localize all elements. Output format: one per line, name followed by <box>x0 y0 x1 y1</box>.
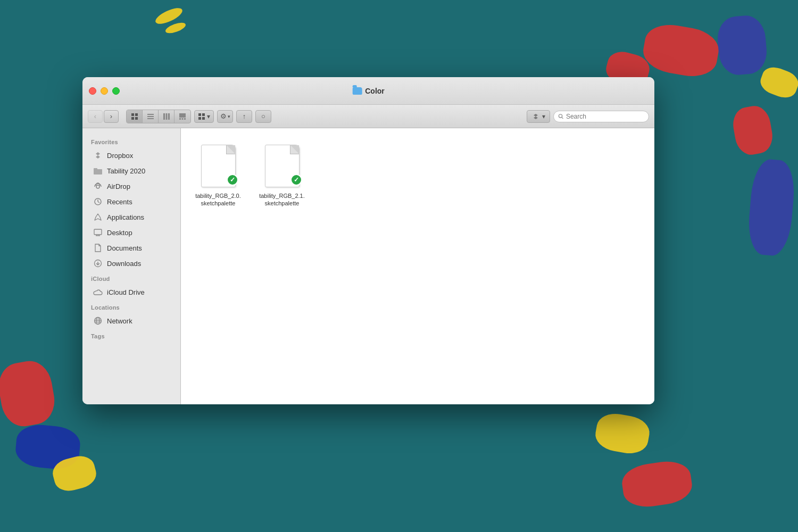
maximize-button[interactable] <box>112 87 120 95</box>
sidebar-item-icloud-drive[interactable]: iCloud Drive <box>85 285 178 300</box>
paint-stroke <box>0 358 59 430</box>
forward-icon: › <box>110 112 112 120</box>
paint-stroke <box>730 104 776 157</box>
content-area: Favorites Dropbox Tability 2 <box>82 128 654 404</box>
folder-sidebar-icon <box>93 166 103 176</box>
sidebar-item-desktop[interactable]: Desktop <box>85 225 178 240</box>
file-item-1[interactable]: ✓ tability_RGB_2.0.sketchpalette <box>192 139 245 211</box>
title-bar: Color <box>82 77 654 105</box>
desktop-icon <box>93 228 103 237</box>
file-item-2[interactable]: ✓ tability_RGB_2.1.sketchpalette <box>255 139 309 211</box>
sidebar-label-tability2020: Tability 2020 <box>107 167 145 175</box>
view-buttons <box>126 110 191 123</box>
sidebar-label-dropbox: Dropbox <box>107 152 133 160</box>
svg-rect-16 <box>198 117 201 120</box>
sidebar-label-applications: Applications <box>107 213 144 221</box>
finder-window: Color ‹ › <box>82 77 654 404</box>
minimize-button[interactable] <box>101 87 108 95</box>
svg-rect-4 <box>147 114 154 115</box>
toolbar: ‹ › <box>82 105 654 128</box>
paint-stroke <box>640 21 722 81</box>
back-icon: ‹ <box>94 112 96 120</box>
forward-button[interactable]: › <box>104 110 119 123</box>
arrange-arrow: ▾ <box>207 113 210 120</box>
svg-marker-21 <box>96 152 100 159</box>
svg-rect-17 <box>202 117 205 120</box>
sidebar-label-recents: Recents <box>107 198 132 206</box>
file-icon-wrap-1: ✓ <box>197 142 239 190</box>
sidebar: Favorites Dropbox Tability 2 <box>82 128 181 404</box>
arrange-icon <box>198 113 205 120</box>
sidebar-label-icloud-drive: iCloud Drive <box>107 288 145 296</box>
window-title-area: Color <box>352 87 385 95</box>
sidebar-label-airdrop: AirDrop <box>107 182 130 190</box>
file-grid: ✓ tability_RGB_2.0.sketchpalette ✓ tabil… <box>181 128 654 404</box>
svg-rect-15 <box>202 113 205 116</box>
arrange-button[interactable]: ▾ <box>194 110 214 123</box>
recents-icon <box>93 197 103 206</box>
view-icon-button[interactable] <box>127 110 143 123</box>
share-icon: ↑ <box>243 112 246 120</box>
sidebar-item-documents[interactable]: Documents <box>85 240 178 255</box>
sidebar-item-dropbox[interactable]: Dropbox <box>85 148 178 163</box>
svg-rect-5 <box>147 116 154 117</box>
view-gallery-button[interactable] <box>174 110 190 123</box>
svg-rect-0 <box>131 113 134 116</box>
icloud-icon <box>93 287 103 297</box>
paint-stroke <box>164 21 187 36</box>
paint-stroke <box>593 411 652 456</box>
documents-icon <box>93 243 103 253</box>
paint-stroke <box>716 14 768 76</box>
file-name-1: tability_RGB_2.0.sketchpalette <box>195 192 242 207</box>
tags-section-label: Tags <box>82 329 180 342</box>
sidebar-label-network: Network <box>107 317 132 325</box>
svg-rect-10 <box>179 113 186 118</box>
sidebar-item-recents[interactable]: Recents <box>85 194 178 209</box>
paint-stroke <box>746 158 796 257</box>
sync-badge-1: ✓ <box>227 174 238 186</box>
column-icon <box>163 113 170 120</box>
tag-button[interactable]: ○ <box>255 110 271 123</box>
search-icon <box>558 113 564 120</box>
view-list-button[interactable] <box>143 110 159 123</box>
search-bar[interactable] <box>553 111 649 122</box>
sidebar-item-network[interactable]: Network <box>85 313 178 328</box>
view-column-button[interactable] <box>159 110 174 123</box>
svg-line-20 <box>562 117 563 119</box>
share-button[interactable]: ↑ <box>236 110 252 123</box>
back-button[interactable]: ‹ <box>88 110 103 123</box>
svg-rect-11 <box>179 118 181 120</box>
action-arrow: ▾ <box>228 114 230 119</box>
svg-rect-12 <box>182 118 184 120</box>
svg-rect-13 <box>184 118 186 120</box>
svg-rect-8 <box>165 113 167 120</box>
sidebar-label-desktop: Desktop <box>107 229 132 237</box>
svg-rect-3 <box>135 117 138 120</box>
svg-point-19 <box>559 114 562 117</box>
gear-icon: ⚙ <box>220 112 227 120</box>
icloud-section-label: iCloud <box>82 271 180 284</box>
nav-buttons: ‹ › <box>88 110 119 123</box>
svg-rect-1 <box>135 113 138 116</box>
paint-stroke <box>620 458 694 510</box>
applications-icon <box>93 212 103 222</box>
svg-line-27 <box>98 202 99 203</box>
downloads-icon <box>93 259 103 268</box>
close-button[interactable] <box>89 87 96 95</box>
action-button[interactable]: ⚙ ▾ <box>217 110 233 123</box>
sidebar-item-tability2020[interactable]: Tability 2020 <box>85 163 178 178</box>
dropbox-arrow: ▾ <box>542 113 545 120</box>
window-title: Color <box>365 87 385 95</box>
network-icon <box>93 316 103 326</box>
sidebar-item-applications[interactable]: Applications <box>85 210 178 225</box>
file-icon-wrap-2: ✓ <box>261 142 303 190</box>
tag-icon: ○ <box>261 112 265 120</box>
sidebar-label-downloads: Downloads <box>107 260 141 268</box>
sidebar-item-downloads[interactable]: Downloads <box>85 256 178 271</box>
file-name-2: tability_RGB_2.1.sketchpalette <box>259 192 305 207</box>
svg-rect-14 <box>198 113 201 116</box>
sidebar-item-airdrop[interactable]: AirDrop <box>85 179 178 194</box>
favorites-section-label: Favorites <box>82 135 180 147</box>
dropbox-button[interactable]: ▾ <box>527 110 550 123</box>
search-input[interactable] <box>566 113 644 120</box>
